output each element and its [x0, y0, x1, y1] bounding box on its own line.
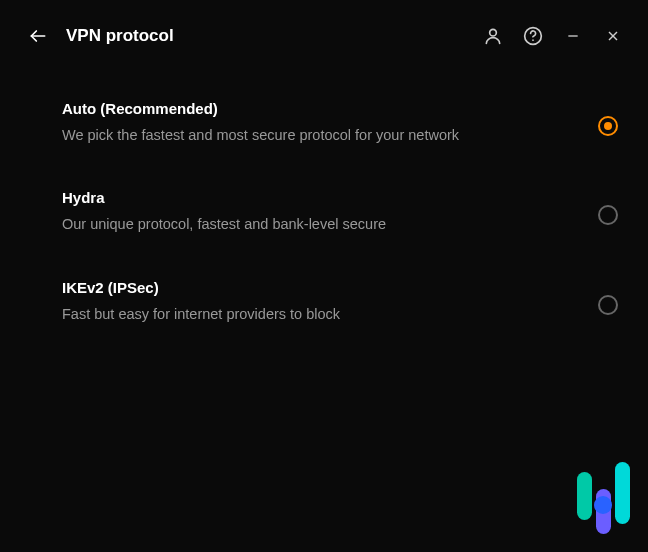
protocol-description: Our unique protocol, fastest and bank-le… [62, 214, 566, 234]
back-button[interactable] [24, 22, 52, 50]
radio-button[interactable] [598, 116, 618, 136]
protocol-title: Auto (Recommended) [62, 100, 566, 117]
protocol-option-ikev2[interactable]: IKEv2 (IPSec) Fast but easy for internet… [62, 279, 618, 324]
protocol-text: Auto (Recommended) We pick the fastest a… [62, 100, 598, 145]
svg-point-1 [490, 29, 497, 36]
logo-bar [615, 462, 630, 524]
close-icon [605, 28, 621, 44]
app-logo [577, 464, 630, 534]
logo-bar [577, 472, 592, 520]
protocol-option-hydra[interactable]: Hydra Our unique protocol, fastest and b… [62, 189, 618, 234]
header: VPN protocol [0, 0, 648, 64]
minimize-button[interactable] [562, 25, 584, 47]
radio-button[interactable] [598, 295, 618, 315]
radio-button[interactable] [598, 205, 618, 225]
logo-bar [596, 489, 611, 534]
logo-dot [594, 496, 612, 514]
minimize-icon [565, 28, 581, 44]
help-icon [523, 26, 543, 46]
close-button[interactable] [602, 25, 624, 47]
header-icons [482, 25, 624, 47]
protocol-description: We pick the fastest and most secure prot… [62, 125, 566, 145]
protocol-title: Hydra [62, 189, 566, 206]
protocol-title: IKEv2 (IPSec) [62, 279, 566, 296]
page-title: VPN protocol [66, 26, 482, 46]
arrow-left-icon [28, 26, 48, 46]
protocol-text: IKEv2 (IPSec) Fast but easy for internet… [62, 279, 598, 324]
user-icon [483, 26, 503, 46]
protocol-list: Auto (Recommended) We pick the fastest a… [0, 64, 648, 324]
protocol-option-auto[interactable]: Auto (Recommended) We pick the fastest a… [62, 100, 618, 145]
help-button[interactable] [522, 25, 544, 47]
account-button[interactable] [482, 25, 504, 47]
protocol-text: Hydra Our unique protocol, fastest and b… [62, 189, 598, 234]
protocol-description: Fast but easy for internet providers to … [62, 304, 566, 324]
